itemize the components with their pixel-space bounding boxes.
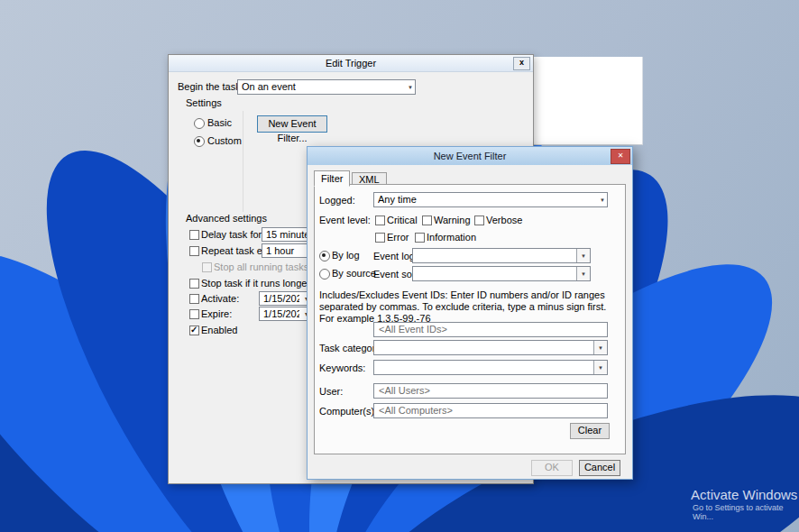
expire-date-picker[interactable]: 1/15/2022 — [259, 307, 311, 321]
begin-task-combobox[interactable]: On an event — [237, 79, 416, 95]
enabled-checkbox[interactable] — [189, 326, 199, 335]
chevron-down-icon[interactable] — [576, 249, 590, 262]
keywords-combobox[interactable] — [373, 360, 608, 375]
by-source-label: By source — [332, 268, 376, 279]
chevron-down-icon[interactable] — [593, 341, 607, 354]
critical-checkbox[interactable] — [375, 216, 385, 225]
activate-windows-watermark-sub: Go to Settings to activate Win... — [693, 503, 799, 521]
logged-value: Any time — [378, 194, 593, 205]
close-icon[interactable] — [611, 149, 630, 164]
activate-date-picker[interactable]: 1/15/2021 — [259, 291, 311, 306]
activate-date-value: 1/15/2021 — [263, 293, 299, 304]
verbose-label: Verbose — [486, 215, 522, 225]
expire-checkbox[interactable] — [189, 309, 199, 319]
by-log-label: By log — [332, 250, 360, 261]
new-event-filter-button[interactable]: New Event Filter... — [257, 115, 327, 133]
activate-checkbox[interactable] — [189, 294, 199, 304]
chevron-down-icon — [600, 197, 605, 203]
logged-combobox[interactable]: Any time — [373, 192, 608, 207]
error-checkbox[interactable] — [375, 233, 385, 243]
event-logs-combobox[interactable] — [412, 248, 591, 263]
edit-trigger-title: Edit Trigger — [326, 58, 376, 69]
tab-filter[interactable]: Filter — [314, 170, 350, 187]
chevron-down-icon[interactable] — [576, 267, 590, 280]
settings-divider — [243, 111, 243, 212]
begin-task-value: On an event — [242, 81, 401, 92]
event-sources-combobox[interactable] — [412, 266, 591, 281]
information-checkbox[interactable] — [415, 233, 425, 243]
stop-all-tasks-checkbox — [202, 262, 212, 272]
radio-basic-label: Basic — [207, 117, 232, 128]
chevron-down-icon[interactable] — [593, 361, 607, 374]
dialog-new-event-filter: New Event Filter Filter XML Logged: Any … — [307, 146, 633, 480]
radio-custom[interactable] — [194, 136, 205, 147]
radio-custom-label: Custom — [207, 135, 242, 146]
includes-excludes-text: Includes/Excludes Event IDs: Enter ID nu… — [319, 289, 622, 325]
activate-windows-watermark: Activate Windows — [691, 487, 797, 502]
critical-label: Critical — [387, 215, 418, 225]
edit-trigger-titlebar[interactable]: Edit Trigger — [169, 55, 533, 72]
stop-task-longer-checkbox[interactable] — [189, 279, 199, 289]
repeat-task-checkbox[interactable] — [189, 246, 199, 256]
advanced-settings-label: Advanced settings — [186, 213, 267, 224]
error-label: Error — [387, 232, 409, 243]
user-value: <All Users> — [379, 385, 604, 396]
expire-date-value: 1/15/2022 — [263, 308, 299, 319]
clear-button[interactable]: Clear — [570, 423, 610, 439]
event-ids-value: <All Event IDs> — [379, 324, 604, 335]
cancel-button[interactable]: Cancel — [579, 460, 620, 476]
warning-checkbox[interactable] — [422, 216, 432, 225]
event-level-label: Event level: — [319, 215, 371, 225]
expire-label: Expire: — [201, 308, 232, 319]
user-label: User: — [319, 386, 343, 397]
ok-button: OK — [531, 460, 573, 476]
by-log-radio[interactable] — [319, 251, 330, 261]
radio-basic[interactable] — [194, 118, 205, 129]
new-event-filter-title: New Event Filter — [434, 151, 507, 161]
chevron-down-icon — [408, 85, 413, 90]
user-input[interactable]: <All Users> — [373, 383, 608, 399]
begin-task-label: Begin the task: — [178, 81, 243, 92]
warning-label: Warning — [434, 215, 471, 225]
keywords-label: Keywords: — [319, 362, 365, 373]
task-category-combobox[interactable] — [373, 340, 608, 355]
settings-label: Settings — [186, 97, 222, 108]
event-ids-input[interactable]: <All Event IDs> — [373, 322, 608, 337]
new-event-filter-titlebar[interactable]: New Event Filter — [308, 147, 632, 165]
filter-tab-page: Logged: Any time Event level: Critical W… — [314, 184, 626, 454]
desktop: Activate Windows Go to Settings to activ… — [0, 0, 799, 532]
delay-task-label: Delay task for: — [201, 229, 264, 240]
computers-input[interactable]: <All Computers> — [373, 403, 608, 418]
enabled-label: Enabled — [201, 325, 237, 335]
delay-task-checkbox[interactable] — [189, 230, 199, 240]
close-icon[interactable] — [513, 57, 530, 70]
computers-label: Computer(s): — [319, 406, 377, 417]
by-source-radio[interactable] — [319, 269, 330, 280]
logged-label: Logged: — [319, 195, 355, 206]
background-window-fragment — [534, 57, 643, 145]
verbose-checkbox[interactable] — [474, 216, 484, 225]
computers-value: <All Computers> — [379, 405, 604, 416]
activate-label: Activate: — [201, 293, 239, 304]
information-label: Information — [427, 232, 476, 243]
